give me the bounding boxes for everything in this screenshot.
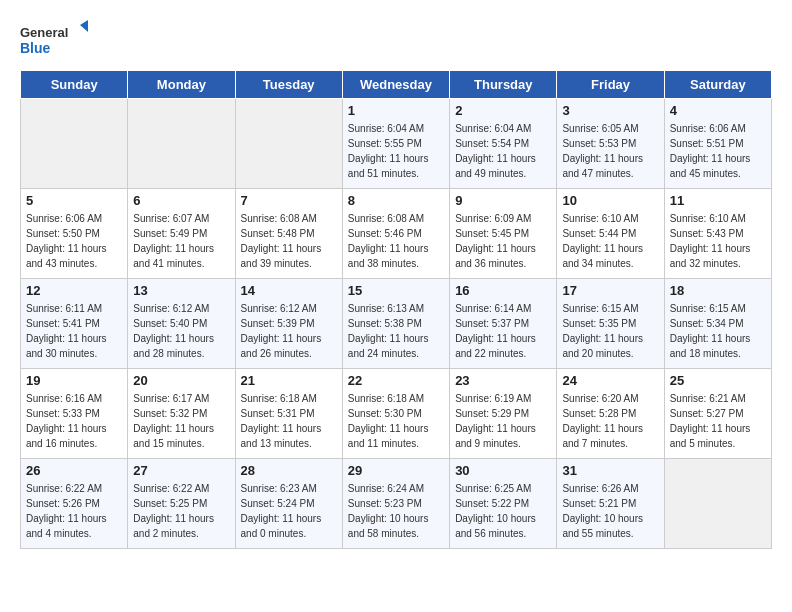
calendar-cell: 14Sunrise: 6:12 AM Sunset: 5:39 PM Dayli… [235, 279, 342, 369]
day-number: 1 [348, 103, 444, 118]
day-number: 29 [348, 463, 444, 478]
calendar-body: 1Sunrise: 6:04 AM Sunset: 5:55 PM Daylig… [21, 99, 772, 549]
weekday-header-row: SundayMondayTuesdayWednesdayThursdayFrid… [21, 71, 772, 99]
day-number: 26 [26, 463, 122, 478]
day-info: Sunrise: 6:10 AM Sunset: 5:44 PM Dayligh… [562, 211, 658, 271]
day-info: Sunrise: 6:23 AM Sunset: 5:24 PM Dayligh… [241, 481, 337, 541]
svg-text:Blue: Blue [20, 40, 51, 56]
calendar-cell [664, 459, 771, 549]
day-info: Sunrise: 6:22 AM Sunset: 5:26 PM Dayligh… [26, 481, 122, 541]
calendar-cell: 9Sunrise: 6:09 AM Sunset: 5:45 PM Daylig… [450, 189, 557, 279]
day-number: 16 [455, 283, 551, 298]
week-row-3: 12Sunrise: 6:11 AM Sunset: 5:41 PM Dayli… [21, 279, 772, 369]
calendar-cell: 18Sunrise: 6:15 AM Sunset: 5:34 PM Dayli… [664, 279, 771, 369]
day-info: Sunrise: 6:16 AM Sunset: 5:33 PM Dayligh… [26, 391, 122, 451]
calendar-cell: 3Sunrise: 6:05 AM Sunset: 5:53 PM Daylig… [557, 99, 664, 189]
svg-marker-2 [80, 20, 88, 32]
day-info: Sunrise: 6:04 AM Sunset: 5:55 PM Dayligh… [348, 121, 444, 181]
day-number: 9 [455, 193, 551, 208]
calendar-cell: 26Sunrise: 6:22 AM Sunset: 5:26 PM Dayli… [21, 459, 128, 549]
calendar-cell [21, 99, 128, 189]
day-number: 3 [562, 103, 658, 118]
day-info: Sunrise: 6:19 AM Sunset: 5:29 PM Dayligh… [455, 391, 551, 451]
weekday-header-thursday: Thursday [450, 71, 557, 99]
calendar-cell [235, 99, 342, 189]
day-number: 4 [670, 103, 766, 118]
day-number: 22 [348, 373, 444, 388]
day-number: 24 [562, 373, 658, 388]
day-info: Sunrise: 6:15 AM Sunset: 5:35 PM Dayligh… [562, 301, 658, 361]
calendar-cell: 4Sunrise: 6:06 AM Sunset: 5:51 PM Daylig… [664, 99, 771, 189]
day-info: Sunrise: 6:18 AM Sunset: 5:30 PM Dayligh… [348, 391, 444, 451]
day-info: Sunrise: 6:26 AM Sunset: 5:21 PM Dayligh… [562, 481, 658, 541]
calendar-cell: 10Sunrise: 6:10 AM Sunset: 5:44 PM Dayli… [557, 189, 664, 279]
calendar-cell: 29Sunrise: 6:24 AM Sunset: 5:23 PM Dayli… [342, 459, 449, 549]
calendar-cell: 11Sunrise: 6:10 AM Sunset: 5:43 PM Dayli… [664, 189, 771, 279]
calendar-cell: 15Sunrise: 6:13 AM Sunset: 5:38 PM Dayli… [342, 279, 449, 369]
day-number: 13 [133, 283, 229, 298]
calendar-cell: 25Sunrise: 6:21 AM Sunset: 5:27 PM Dayli… [664, 369, 771, 459]
day-info: Sunrise: 6:17 AM Sunset: 5:32 PM Dayligh… [133, 391, 229, 451]
calendar-cell: 27Sunrise: 6:22 AM Sunset: 5:25 PM Dayli… [128, 459, 235, 549]
day-number: 8 [348, 193, 444, 208]
calendar-cell: 20Sunrise: 6:17 AM Sunset: 5:32 PM Dayli… [128, 369, 235, 459]
day-info: Sunrise: 6:18 AM Sunset: 5:31 PM Dayligh… [241, 391, 337, 451]
day-number: 25 [670, 373, 766, 388]
day-info: Sunrise: 6:21 AM Sunset: 5:27 PM Dayligh… [670, 391, 766, 451]
day-info: Sunrise: 6:12 AM Sunset: 5:40 PM Dayligh… [133, 301, 229, 361]
weekday-header-tuesday: Tuesday [235, 71, 342, 99]
calendar-cell: 16Sunrise: 6:14 AM Sunset: 5:37 PM Dayli… [450, 279, 557, 369]
calendar-cell: 30Sunrise: 6:25 AM Sunset: 5:22 PM Dayli… [450, 459, 557, 549]
week-row-4: 19Sunrise: 6:16 AM Sunset: 5:33 PM Dayli… [21, 369, 772, 459]
calendar-cell: 28Sunrise: 6:23 AM Sunset: 5:24 PM Dayli… [235, 459, 342, 549]
day-info: Sunrise: 6:10 AM Sunset: 5:43 PM Dayligh… [670, 211, 766, 271]
weekday-header-saturday: Saturday [664, 71, 771, 99]
day-number: 5 [26, 193, 122, 208]
day-number: 19 [26, 373, 122, 388]
calendar-cell: 31Sunrise: 6:26 AM Sunset: 5:21 PM Dayli… [557, 459, 664, 549]
day-number: 20 [133, 373, 229, 388]
logo-svg: General Blue [20, 20, 90, 60]
day-number: 31 [562, 463, 658, 478]
day-info: Sunrise: 6:06 AM Sunset: 5:50 PM Dayligh… [26, 211, 122, 271]
calendar-cell: 12Sunrise: 6:11 AM Sunset: 5:41 PM Dayli… [21, 279, 128, 369]
day-number: 21 [241, 373, 337, 388]
calendar-cell: 23Sunrise: 6:19 AM Sunset: 5:29 PM Dayli… [450, 369, 557, 459]
calendar-cell: 21Sunrise: 6:18 AM Sunset: 5:31 PM Dayli… [235, 369, 342, 459]
day-info: Sunrise: 6:07 AM Sunset: 5:49 PM Dayligh… [133, 211, 229, 271]
day-info: Sunrise: 6:20 AM Sunset: 5:28 PM Dayligh… [562, 391, 658, 451]
day-number: 14 [241, 283, 337, 298]
calendar-cell: 22Sunrise: 6:18 AM Sunset: 5:30 PM Dayli… [342, 369, 449, 459]
week-row-1: 1Sunrise: 6:04 AM Sunset: 5:55 PM Daylig… [21, 99, 772, 189]
day-number: 30 [455, 463, 551, 478]
weekday-header-friday: Friday [557, 71, 664, 99]
day-info: Sunrise: 6:08 AM Sunset: 5:48 PM Dayligh… [241, 211, 337, 271]
day-number: 12 [26, 283, 122, 298]
day-number: 7 [241, 193, 337, 208]
day-info: Sunrise: 6:22 AM Sunset: 5:25 PM Dayligh… [133, 481, 229, 541]
calendar-cell: 7Sunrise: 6:08 AM Sunset: 5:48 PM Daylig… [235, 189, 342, 279]
calendar-cell: 19Sunrise: 6:16 AM Sunset: 5:33 PM Dayli… [21, 369, 128, 459]
calendar-cell: 8Sunrise: 6:08 AM Sunset: 5:46 PM Daylig… [342, 189, 449, 279]
weekday-header-sunday: Sunday [21, 71, 128, 99]
svg-text:General: General [20, 25, 68, 40]
day-number: 27 [133, 463, 229, 478]
calendar-cell: 13Sunrise: 6:12 AM Sunset: 5:40 PM Dayli… [128, 279, 235, 369]
day-info: Sunrise: 6:12 AM Sunset: 5:39 PM Dayligh… [241, 301, 337, 361]
day-info: Sunrise: 6:09 AM Sunset: 5:45 PM Dayligh… [455, 211, 551, 271]
page-header: General Blue [20, 20, 772, 60]
day-info: Sunrise: 6:25 AM Sunset: 5:22 PM Dayligh… [455, 481, 551, 541]
day-info: Sunrise: 6:06 AM Sunset: 5:51 PM Dayligh… [670, 121, 766, 181]
calendar-table: SundayMondayTuesdayWednesdayThursdayFrid… [20, 70, 772, 549]
day-info: Sunrise: 6:11 AM Sunset: 5:41 PM Dayligh… [26, 301, 122, 361]
day-info: Sunrise: 6:24 AM Sunset: 5:23 PM Dayligh… [348, 481, 444, 541]
calendar-cell: 17Sunrise: 6:15 AM Sunset: 5:35 PM Dayli… [557, 279, 664, 369]
day-info: Sunrise: 6:04 AM Sunset: 5:54 PM Dayligh… [455, 121, 551, 181]
weekday-header-monday: Monday [128, 71, 235, 99]
week-row-5: 26Sunrise: 6:22 AM Sunset: 5:26 PM Dayli… [21, 459, 772, 549]
day-info: Sunrise: 6:15 AM Sunset: 5:34 PM Dayligh… [670, 301, 766, 361]
day-number: 15 [348, 283, 444, 298]
day-info: Sunrise: 6:08 AM Sunset: 5:46 PM Dayligh… [348, 211, 444, 271]
calendar-cell: 5Sunrise: 6:06 AM Sunset: 5:50 PM Daylig… [21, 189, 128, 279]
calendar-cell [128, 99, 235, 189]
